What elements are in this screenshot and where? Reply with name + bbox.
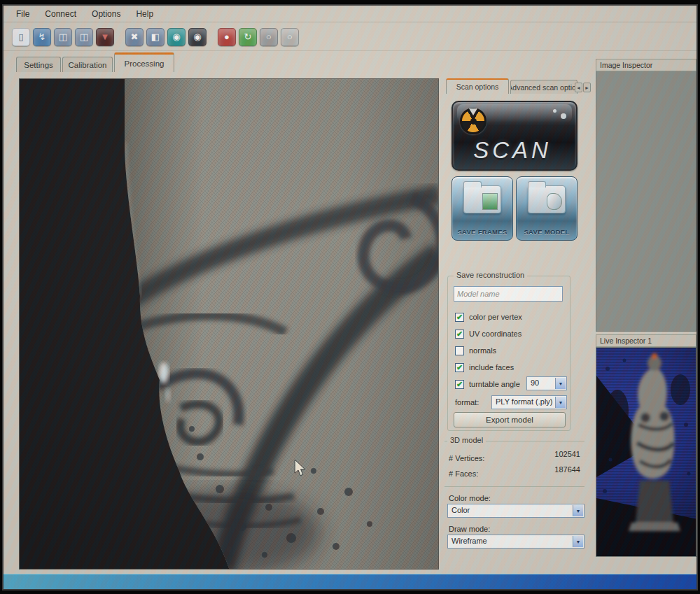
scan-options-panel: Scan options Advanced scan option ◄ ► SC… — [444, 78, 592, 561]
main-tab-strip: Settings Calibration Processing — [4, 51, 696, 72]
checkbox-include-faces[interactable]: ✔ include faces — [455, 362, 514, 373]
tab-scroll-left-icon[interactable]: ◄ — [575, 83, 582, 92]
save-reconstruction-title: Save reconstruction — [454, 271, 527, 279]
checkbox-color-per-vertex[interactable]: ✔ color per vertex — [455, 311, 522, 323]
viewport-3d[interactable] — [19, 78, 439, 570]
faces-value: 187644 — [531, 465, 580, 474]
image-inspector-body — [596, 71, 696, 332]
color-mode-label: Color mode: — [449, 494, 491, 502]
settings-icon[interactable]: ○ — [260, 28, 278, 46]
inspector-column: Image Inspector Live Inspector 1 — [596, 59, 696, 577]
draw-mode-select[interactable]: Wireframe ▼ — [447, 535, 584, 549]
divider — [444, 486, 584, 487]
open-icon[interactable]: ◫ — [54, 28, 72, 46]
save-icon[interactable]: ◫ — [75, 28, 93, 46]
checkbox-icon: ✔ — [455, 363, 464, 372]
export-model-button[interactable]: Export model — [454, 412, 566, 427]
tab-calibration[interactable]: Calibration — [62, 57, 113, 72]
image-inspector-header[interactable]: Image Inspector — [596, 59, 696, 71]
format-label: format: — [455, 398, 479, 406]
faces-label: # Faces: — [449, 469, 478, 478]
checkbox-icon: ✔ — [455, 313, 464, 322]
tab-processing[interactable]: Processing — [114, 52, 174, 72]
connect-device-icon[interactable]: ↯ — [33, 28, 51, 46]
folder-image-icon — [463, 185, 501, 213]
refresh-icon[interactable]: ↻ — [239, 28, 257, 46]
live-inspector-header[interactable]: Live Inspector 1 — [596, 334, 696, 347]
tab-settings[interactable]: Settings — [16, 57, 61, 72]
new-file-icon[interactable]: ▯ — [12, 28, 30, 46]
taskbar[interactable] — [4, 574, 696, 589]
edit-frame-icon[interactable]: ◧ — [146, 28, 164, 46]
radiation-trefoil-icon — [460, 108, 486, 134]
monitor-screen: File Connect Options Help ▯ ↯ ◫ ◫ ▼ ✖ ◧ … — [4, 6, 696, 589]
chevron-down-icon: ▼ — [573, 505, 583, 516]
sparkle-icon — [553, 109, 556, 113]
checkbox-normals[interactable]: normals — [455, 345, 496, 356]
grab-frame-icon[interactable]: ✖ — [125, 28, 144, 46]
draw-mode-label: Draw mode: — [449, 525, 490, 533]
checkbox-turntable-angle[interactable]: ✔ turntable angle — [455, 379, 520, 390]
menu-help[interactable]: Help — [129, 7, 160, 21]
delete-icon[interactable]: ▼ — [96, 28, 114, 46]
stop-icon[interactable]: ● — [218, 28, 236, 46]
chevron-down-icon: ▼ — [555, 378, 566, 389]
mouse-cursor — [294, 460, 307, 476]
tab-scroll-right-icon[interactable]: ► — [583, 83, 591, 92]
checkbox-icon: ✔ — [455, 380, 464, 389]
vertices-label: # Vertices: — [449, 454, 484, 462]
scanned-model-render — [20, 79, 439, 570]
model-info-title: 3D model — [447, 436, 486, 444]
folder-3d-model-icon — [528, 185, 566, 213]
help-tool-icon[interactable]: ○ — [281, 28, 299, 46]
toolbar: ▯ ↯ ◫ ◫ ▼ ✖ ◧ ◉ ◉ ● ↻ ○ ○ — [4, 23, 696, 51]
tab-advanced-scan-options[interactable]: Advanced scan option — [510, 80, 578, 94]
chevron-down-icon: ▼ — [555, 397, 566, 408]
save-frames-button[interactable]: SAVE FRAMES — [451, 176, 513, 241]
menu-file[interactable]: File — [9, 7, 36, 21]
save-reconstruction-group: Save reconstruction ✔ color per vertex ✔… — [447, 276, 570, 431]
scan-button[interactable]: SCAN — [451, 101, 578, 171]
sparkle-icon — [561, 113, 566, 119]
menu-connect[interactable]: Connect — [38, 7, 83, 21]
checkbox-icon: ✔ — [455, 330, 464, 339]
camera-teal-icon[interactable]: ◉ — [167, 28, 186, 46]
model-name-input[interactable] — [454, 286, 563, 302]
model-info-group: 3D model # Vertices: 102541 # Faces: 187… — [444, 441, 584, 490]
camera-dark-icon[interactable]: ◉ — [188, 28, 206, 46]
scan-button-label: SCAN — [453, 137, 572, 164]
vertices-value: 102541 — [531, 450, 580, 458]
live-inspector-camera-view — [596, 347, 696, 557]
color-mode-select[interactable]: Color ▼ — [447, 504, 584, 518]
chevron-down-icon: ▼ — [573, 536, 583, 547]
menu-bar: File Connect Options Help — [4, 6, 696, 22]
format-select[interactable]: PLY format (.ply) ▼ — [491, 395, 567, 409]
tab-scan-options[interactable]: Scan options — [446, 78, 509, 94]
menu-options[interactable]: Options — [85, 7, 127, 21]
turntable-angle-select[interactable]: 90 ▼ — [526, 376, 567, 390]
save-model-button[interactable]: SAVE MODEL — [516, 176, 578, 241]
live-camera-figurine — [596, 348, 696, 557]
checkbox-icon — [455, 346, 464, 355]
checkbox-uv-coordinates[interactable]: ✔ UV coordinates — [455, 328, 522, 339]
